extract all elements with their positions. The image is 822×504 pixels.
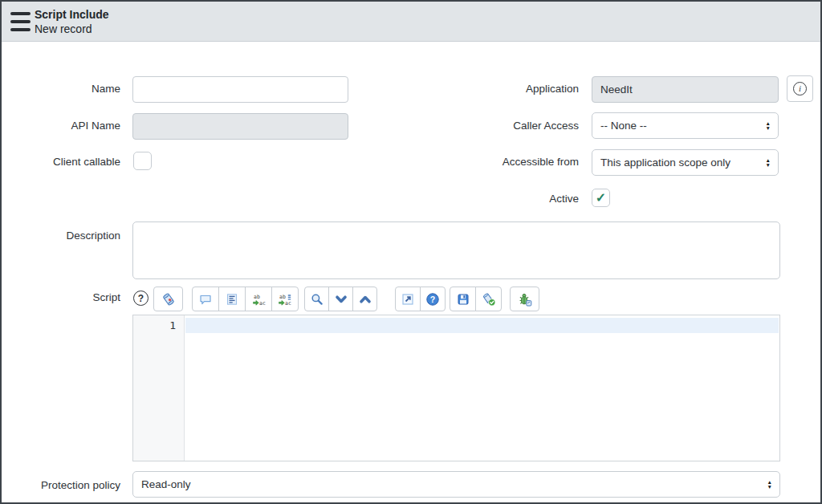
toolbar-group-debug: [510, 287, 539, 311]
api-name-field: [132, 113, 348, 140]
save-button[interactable]: [450, 287, 476, 311]
editor-help-button[interactable]: ?: [420, 287, 446, 311]
client-callable-checkbox[interactable]: [133, 152, 152, 170]
replace-all-button[interactable]: ab ac: [271, 287, 299, 311]
active-line-highlight: [185, 318, 779, 333]
hamburger-menu-icon[interactable]: [10, 12, 31, 31]
syntax-editor-toggle-button[interactable]: [153, 287, 183, 311]
search-icon: [310, 292, 324, 307]
bug-icon: [518, 292, 532, 307]
accessible-from-value: This application scope only: [600, 156, 730, 169]
info-icon: i: [793, 82, 807, 96]
protection-policy-select[interactable]: Read-only ▲▼: [132, 471, 780, 498]
page-title: Script Include: [35, 7, 109, 22]
svg-text:ab: ab: [279, 293, 286, 299]
caller-access-select[interactable]: -- None -- ▲▼: [592, 112, 779, 139]
find-previous-button[interactable]: [352, 287, 377, 311]
toolbar-group-syntax: [153, 287, 183, 311]
toolbar-group-find: [304, 287, 377, 311]
accessible-from-label: Accessible from: [435, 156, 579, 169]
comment-icon: [198, 292, 213, 307]
page-subtitle: New record: [35, 22, 109, 36]
check-syntax-button[interactable]: [475, 287, 502, 311]
replace-all-icon: ab ac: [278, 292, 292, 307]
chevron-up-icon: [358, 292, 372, 307]
select-arrows-icon: ▲▼: [767, 480, 772, 490]
active-checkbox[interactable]: ✓: [592, 189, 610, 207]
protection-policy-label: Protection policy: [2, 479, 120, 492]
save-icon: [456, 292, 470, 307]
accessible-from-select[interactable]: This application scope only ▲▼: [592, 149, 779, 176]
form-header: Script Include New record: [2, 2, 820, 42]
svg-text:ac: ac: [259, 300, 266, 307]
script-label: Script: [2, 291, 120, 304]
pop-out-icon: [401, 292, 415, 307]
format-code-icon: [225, 292, 239, 307]
active-label: Active: [435, 193, 579, 205]
select-arrows-icon: ▲▼: [766, 158, 771, 168]
client-callable-label: Client callable: [2, 156, 120, 169]
name-input[interactable]: [132, 76, 348, 103]
find-next-button[interactable]: [328, 287, 353, 311]
caller-access-label: Caller Access: [435, 120, 579, 132]
description-textarea[interactable]: [132, 222, 780, 279]
replace-button[interactable]: ab ac: [245, 287, 272, 311]
chevron-down-icon: [334, 292, 348, 307]
toolbar-group-save: [450, 287, 502, 311]
debug-button[interactable]: [510, 287, 539, 311]
replace-icon: ab ac: [251, 292, 266, 307]
toolbar-group-edit: ab ac ab ac: [192, 287, 299, 311]
protection-policy-value: Read-only: [141, 478, 191, 490]
name-label: Name: [2, 83, 120, 96]
select-arrows-icon: ▲▼: [766, 121, 771, 131]
toggle-comment-button[interactable]: [192, 287, 219, 311]
find-button[interactable]: [304, 287, 329, 311]
check-icon: ✓: [596, 192, 606, 205]
script-include-form-page: Script Include New record Name API Name …: [0, 0, 822, 504]
header-titles: Script Include New record: [35, 7, 109, 36]
svg-text:ac: ac: [285, 300, 291, 307]
script-editor[interactable]: 1: [132, 315, 780, 461]
open-in-new-window-button[interactable]: [395, 287, 421, 311]
toolbar-group-window: ?: [395, 287, 446, 311]
application-info-button[interactable]: i: [787, 75, 813, 102]
scroll-icon: [161, 292, 176, 307]
format-code-button[interactable]: [218, 287, 246, 311]
description-label: Description: [2, 230, 120, 242]
help-icon: ?: [425, 292, 440, 307]
syntax-check-icon: [482, 292, 496, 307]
caller-access-value: -- None --: [600, 120, 647, 132]
api-name-label: API Name: [2, 120, 120, 132]
application-label: Application: [435, 83, 579, 96]
script-help-icon[interactable]: ?: [133, 291, 149, 306]
svg-text:ab: ab: [254, 293, 260, 299]
line-number-gutter: 1: [133, 315, 185, 461]
svg-text:?: ?: [430, 294, 435, 303]
application-field: NeedIt: [592, 76, 779, 103]
line-number: 1: [169, 318, 176, 333]
